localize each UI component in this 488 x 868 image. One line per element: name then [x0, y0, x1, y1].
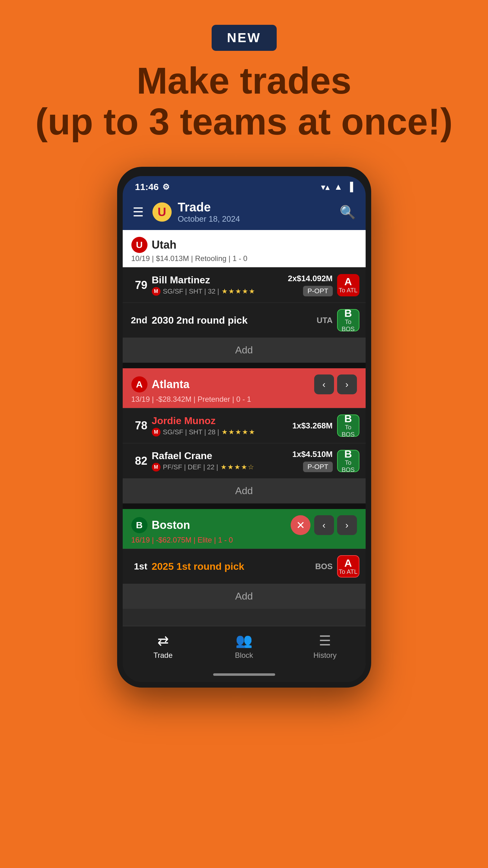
player-info: 2030 2nd round pick: [152, 315, 312, 326]
home-bar: [213, 673, 275, 676]
player-pos: SG/SF | SHT | 28 |: [163, 428, 219, 436]
boston-header: B Boston ✕ ‹ › 16/: [123, 509, 366, 549]
team-logo-sm: M: [152, 463, 161, 471]
header-title: Trade: [178, 200, 333, 214]
player-name: Jordie Munoz: [152, 415, 288, 427]
boston-stats: 16/19 | -$62.075M | Elite | 1 - 0: [131, 536, 357, 545]
pick-name: 2030 2nd round pick: [152, 315, 312, 326]
player-pos: PF/SF | DEF | 22 |: [163, 463, 219, 471]
nav-block[interactable]: 👥 Block: [222, 632, 265, 660]
utah-add-button[interactable]: Add: [123, 338, 366, 363]
dest-badge-bos[interactable]: B To BOS: [337, 450, 359, 472]
player-number: 79: [129, 279, 148, 292]
player-name: Rafael Crane: [152, 450, 288, 462]
player-info: Rafael Crane M PF/SF | DEF | 22 | ★★★★☆: [152, 450, 288, 471]
history-label: History: [313, 651, 336, 660]
atlanta-add-button[interactable]: Add: [123, 478, 366, 503]
nav-history[interactable]: ☰ History: [303, 633, 347, 660]
team-logo-sm: M: [152, 287, 161, 296]
p-opt-badge: P-OPT: [303, 286, 332, 297]
player-stars: ★★★★★: [222, 287, 256, 296]
player-name: Bill Martinez: [152, 274, 284, 286]
headline-line2: (up to 3 teams at once!): [35, 101, 453, 142]
player-salary: 2x$14.092M: [288, 274, 333, 283]
pick-source: BOS: [315, 562, 332, 571]
atlanta-name: Atlanta: [152, 378, 190, 391]
add-label: Add: [235, 485, 253, 497]
utah-stats: 10/19 | $14.013M | Retooling | 1 - 0: [131, 254, 357, 263]
player-right: 1x$4.510M P-OPT: [292, 450, 332, 472]
dest-label: To ATL: [339, 287, 358, 294]
player-row: 2nd 2030 2nd round pick UTA B To BOS: [123, 303, 366, 338]
player-stars: ★★★★☆: [221, 463, 255, 471]
dest-badge-bos[interactable]: B To BOS: [337, 414, 359, 437]
dest-badge-atl[interactable]: A To ATL: [337, 555, 359, 578]
block-label: Block: [235, 651, 253, 660]
search-icon[interactable]: 🔍: [339, 205, 356, 220]
player-right: BOS: [315, 562, 332, 571]
player-stars: ★★★★★: [222, 428, 256, 436]
dest-badge-bos[interactable]: B To BOS: [337, 309, 359, 331]
divider: [123, 363, 366, 368]
content-area[interactable]: U Utah 10/19 | $14.013M | Retooling | 1 …: [123, 230, 366, 626]
app-header: ☰ U Trade October 18, 2024 🔍: [123, 195, 366, 230]
boston-nav-arrows: ‹ ›: [314, 515, 357, 535]
boston-logo: B: [131, 517, 148, 533]
block-icon: 👥: [235, 632, 253, 649]
player-row: 1st 2025 1st round pick BOS A To ATL: [123, 549, 366, 584]
atlanta-section: A Atlanta ‹ › 13/19 | -$28.342M | Preten…: [123, 368, 366, 503]
pick-name: 2025 1st round pick: [152, 561, 311, 572]
battery-icon: ▐: [347, 182, 353, 192]
divider: [123, 503, 366, 509]
atlanta-next-button[interactable]: ›: [337, 374, 357, 394]
atlanta-stats: 13/19 | -$28.342M | Pretender | 0 - 1: [131, 395, 357, 404]
player-row: 79 Bill Martinez M SG/SF | SHT | 32 | ★★…: [123, 267, 366, 303]
dest-letter: A: [344, 558, 352, 568]
history-icon: ☰: [319, 633, 331, 649]
gear-icon: ⚙: [162, 182, 169, 192]
phone-frame: 11:46 ⚙ ▾▴ ▲ ▐ ☰ U Trade October 18, 202…: [117, 167, 371, 688]
dest-label: To ATL: [339, 568, 358, 576]
bottom-nav: ⇄ Trade 👥 Block ☰ History: [123, 626, 366, 669]
trade-label: Trade: [153, 651, 172, 660]
dest-badge-atl[interactable]: A To ATL: [337, 274, 359, 297]
utah-header: U Utah 10/19 | $14.013M | Retooling | 1 …: [123, 230, 366, 267]
player-right: 1x$3.268M: [292, 421, 332, 431]
wifi-icon: ▾▴: [321, 182, 330, 192]
player-info: 2025 1st round pick: [152, 561, 311, 572]
pick-source: UTA: [317, 316, 333, 325]
dest-letter: A: [344, 276, 352, 287]
boston-name: Boston: [152, 519, 190, 532]
dest-label: To BOS: [338, 318, 359, 333]
player-pos: SG/SF | SHT | 32 |: [163, 287, 219, 296]
headline-line1: Make trades: [137, 60, 352, 101]
header-title-group: Trade October 18, 2024: [178, 200, 333, 224]
menu-icon[interactable]: ☰: [133, 205, 144, 219]
new-badge: NEW: [212, 25, 277, 51]
boston-add-button[interactable]: Add: [123, 584, 366, 609]
headline: Make trades (up to 3 teams at once!): [17, 60, 471, 142]
dest-label: To BOS: [338, 424, 359, 438]
atlanta-nav-arrows: ‹ ›: [314, 374, 357, 394]
utah-team-row: U Utah: [131, 237, 357, 253]
player-details: M SG/SF | SHT | 28 | ★★★★★: [152, 428, 288, 436]
boston-prev-button[interactable]: ‹: [314, 515, 334, 535]
atlanta-header: A Atlanta ‹ › 13/19 | -$28.342M | Preten…: [123, 368, 366, 408]
player-right: UTA: [317, 316, 333, 325]
dest-letter: B: [344, 308, 352, 318]
boston-next-button[interactable]: ›: [337, 515, 357, 535]
player-details: M PF/SF | DEF | 22 | ★★★★☆: [152, 463, 288, 471]
time-display: 11:46: [135, 182, 159, 192]
dest-letter: B: [344, 413, 352, 424]
atlanta-prev-button[interactable]: ‹: [314, 374, 334, 394]
boston-close-button[interactable]: ✕: [291, 515, 311, 535]
nav-trade[interactable]: ⇄ Trade: [141, 633, 185, 660]
player-salary: 1x$3.268M: [292, 421, 332, 431]
signal-icon: ▲: [334, 182, 343, 192]
phone-screen: 11:46 ⚙ ▾▴ ▲ ▐ ☰ U Trade October 18, 202…: [123, 176, 366, 682]
player-number: 82: [129, 455, 148, 467]
player-info: Bill Martinez M SG/SF | SHT | 32 | ★★★★★: [152, 274, 284, 296]
add-label: Add: [235, 591, 253, 602]
pick-round: 2nd: [129, 315, 148, 326]
player-number: 78: [129, 419, 148, 432]
